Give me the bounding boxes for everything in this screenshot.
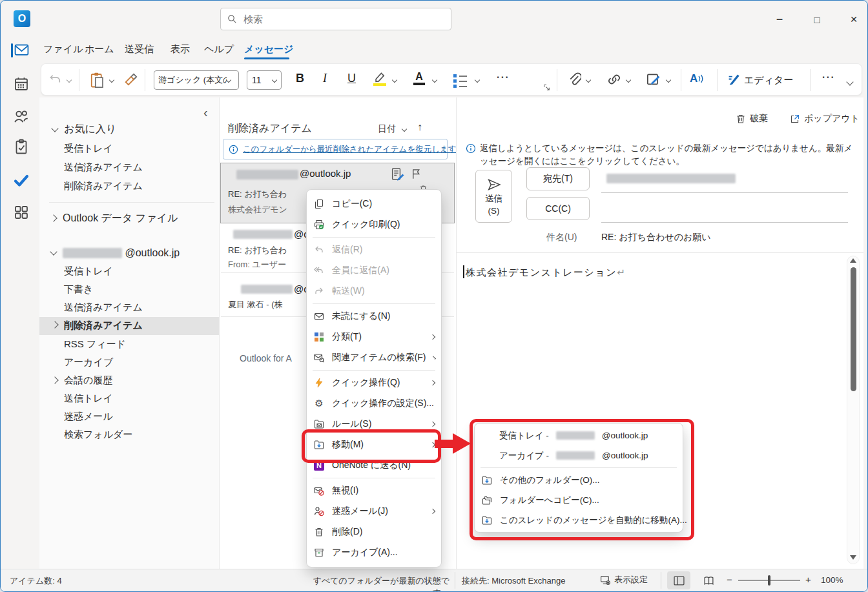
folder-outbox[interactable]: 送信トレイ (64, 393, 113, 405)
paste-icon[interactable] (89, 72, 105, 88)
submenu-item-always-move[interactable]: このスレッドのメッセージを自動的に移動(A)... (475, 510, 683, 530)
sort-by-button[interactable]: 日付 (378, 123, 396, 135)
submenu-item-other-folder[interactable]: その他のフォルダー(O)... (475, 470, 683, 490)
close-button[interactable]: × (842, 10, 866, 29)
zoom-level[interactable]: 100% (821, 575, 843, 585)
undo-icon[interactable] (49, 73, 62, 86)
menu-item-categorize[interactable]: 分類(T) (307, 327, 441, 347)
tasks-module-icon[interactable] (14, 139, 29, 154)
editor-button[interactable]: エディター (744, 74, 793, 87)
calendar-module-icon[interactable] (14, 76, 29, 92)
to-field-underline[interactable] (601, 192, 848, 193)
restore-items-link[interactable]: このフォルダーから最近削除されたアイテムを復元します (243, 144, 457, 155)
people-module-icon[interactable] (14, 109, 29, 125)
menu-item-junk[interactable]: 迷惑メール(J) (307, 501, 441, 522)
paste-dropdown-chevron-icon[interactable] (109, 77, 114, 83)
search-box[interactable] (220, 8, 451, 30)
folder-inbox[interactable]: 受信トレイ (64, 265, 113, 278)
submenu-item-copy-to-folder[interactable]: フォルダーへコピー(C)... (475, 490, 683, 510)
sort-direction-button[interactable]: ↑ (417, 121, 422, 133)
zoom-out-button[interactable]: − (727, 574, 732, 585)
tab-send-receive[interactable]: 送受信 (125, 43, 154, 56)
popout-button[interactable]: ポップアウト (790, 113, 860, 125)
menu-item-find-related[interactable]: 関連アイテムの検索(F) (307, 347, 441, 368)
menu-item-onenote[interactable]: NOneNote に送る(N) (307, 455, 441, 476)
reading-layout-button[interactable] (697, 571, 720, 589)
menu-item-archive[interactable]: アーカイブ(A)... (307, 542, 441, 563)
cc-button[interactable]: CC(C) (526, 197, 590, 220)
discard-button[interactable]: 破棄 (736, 113, 768, 125)
layout-normal-button[interactable] (667, 571, 690, 589)
tab-help[interactable]: ヘルプ (204, 43, 234, 56)
menu-item-ignore[interactable]: 無視(I) (307, 480, 441, 501)
tab-message-active[interactable]: メッセージ (244, 43, 293, 56)
outlook-mobile-link[interactable]: Outlook for A (240, 353, 292, 363)
bullet-list-chevron-icon[interactable] (475, 77, 480, 83)
bullet-list-icon[interactable] (453, 73, 467, 90)
collapse-folder-pane-icon[interactable]: ‹ (203, 105, 208, 120)
zoom-slider-thumb[interactable] (768, 575, 770, 586)
zoom-in-button[interactable]: + (805, 574, 811, 585)
outlook-data-file[interactable]: Outlook データ ファイル (63, 212, 178, 225)
tab-view[interactable]: 表示 (170, 43, 190, 56)
favorites-header[interactable]: お気に入り (64, 123, 116, 136)
attach-file-icon[interactable] (567, 72, 581, 87)
message-body[interactable]: 株式会社デモンストレーション↵ (466, 267, 625, 279)
scrollbar-up-arrow[interactable] (850, 258, 856, 263)
todo-module-icon[interactable] (13, 172, 30, 188)
menu-item-mark-unread[interactable]: 未読にする(N) (307, 306, 441, 327)
highlight-chevron-icon[interactable] (392, 77, 397, 83)
folder-rss[interactable]: RSS フィード (64, 338, 126, 351)
mail-module-icon[interactable] (14, 42, 30, 58)
menu-item-quick-steps-settings[interactable]: ⚙クイック操作の設定(S)... (307, 393, 441, 414)
scrollbar-down-arrow[interactable] (850, 555, 856, 560)
to-button[interactable]: 宛先(T) (526, 167, 590, 190)
folder-drafts[interactable]: 下書き (64, 283, 93, 296)
menu-item-copy[interactable]: コピー(C) (307, 194, 441, 214)
underline-button[interactable]: U (347, 72, 356, 85)
folder-deleted-items-selected[interactable]: 削除済みアイテム (64, 320, 143, 332)
read-aloud-button[interactable]: A (690, 72, 704, 85)
send-button[interactable]: 送信 (S) (475, 170, 512, 223)
ribbon-overflow-2[interactable]: ⋯ (822, 69, 834, 85)
ribbon-overflow-1[interactable]: ⋯ (496, 69, 509, 85)
dialog-launcher-icon[interactable] (542, 83, 550, 91)
font-color-chevron-icon[interactable] (432, 77, 437, 83)
menu-item-rules[interactable]: ルール(S) (307, 414, 441, 434)
undo-dropdown-chevron-icon[interactable] (67, 77, 72, 83)
signature-icon[interactable] (646, 72, 661, 87)
menu-item-move[interactable]: 移動(M) (307, 434, 441, 455)
reply-notice-text[interactable]: 返信しようとしているメッセージは、このスレッドの最新メッセージではありません。最… (480, 142, 853, 167)
tab-file[interactable]: ファイル (43, 43, 83, 56)
link-icon[interactable] (607, 72, 621, 87)
view-settings-button[interactable]: 表示設定 (600, 574, 648, 586)
cc-field-underline[interactable] (601, 222, 848, 223)
minimize-button[interactable]: − (767, 10, 792, 29)
restore-items-banner[interactable]: このフォルダーから最近削除されたアイテムを復元します (223, 139, 448, 159)
link-chevron-icon[interactable] (626, 77, 631, 83)
folder-sent-items[interactable]: 送信済みアイテム (64, 301, 143, 314)
subject-value[interactable]: RE: お打ち合わせのお願い (601, 232, 711, 243)
search-input[interactable] (242, 13, 426, 25)
draft-edit-icon[interactable] (391, 167, 404, 181)
attach-chevron-icon[interactable] (586, 77, 591, 83)
highlight-icon[interactable] (373, 71, 388, 86)
submenu-item-inbox[interactable]: 受信トレイ -@outlook.jp (475, 425, 683, 445)
folder-junk[interactable]: 迷惑メール (64, 411, 113, 423)
more-apps-icon[interactable] (14, 205, 29, 220)
menu-item-quick-print[interactable]: クイック印刷(Q) (307, 214, 441, 235)
folder-conversation-history[interactable]: 会話の履歴 (64, 374, 112, 387)
menu-item-delete[interactable]: 削除(D) (307, 522, 441, 542)
favorite-inbox[interactable]: 受信トレイ (64, 143, 113, 155)
italic-button[interactable]: I (323, 72, 327, 85)
menu-item-quick-steps[interactable]: クイック操作(Q) (307, 373, 441, 393)
folder-search-folders[interactable]: 検索フォルダー (64, 429, 132, 441)
submenu-item-archive[interactable]: アーカイブ -@outlook.jp (475, 445, 683, 465)
folder-archive[interactable]: アーカイブ (64, 356, 113, 369)
flag-icon[interactable] (410, 167, 422, 181)
font-name-select[interactable]: 游ゴシック (本文の (154, 70, 239, 90)
tab-home[interactable]: ホーム (85, 43, 114, 56)
font-size-select[interactable]: 11 (247, 70, 282, 90)
bold-button[interactable]: B (296, 72, 304, 85)
maximize-button[interactable]: □ (804, 10, 830, 29)
